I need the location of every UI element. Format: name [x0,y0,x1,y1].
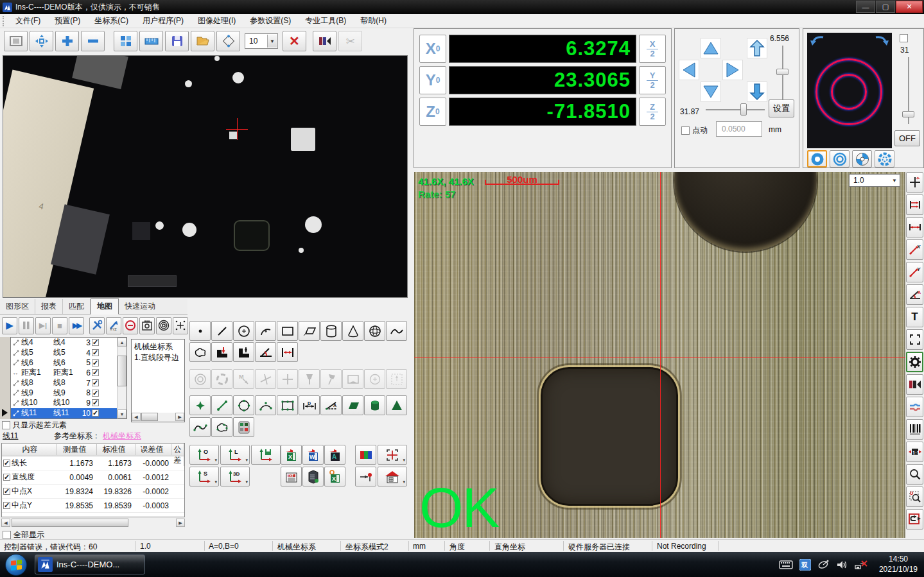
z-up-button[interactable] [747,38,767,58]
tree-row-selected[interactable]: 线11线1110 [11,408,117,418]
tool-sphere[interactable] [364,321,385,341]
table-horizontal-scrollbar[interactable]: ◀ ▶ [1,519,185,528]
camera-settings-gear-button[interactable] [906,352,923,372]
step-button[interactable]: ▶| [35,317,51,334]
color-rgb-button[interactable] [355,445,376,465]
taskbar-app-button[interactable]: Ins-C----DEMO... [35,555,145,574]
tool-circle[interactable] [233,321,254,341]
align-points-button[interactable] [173,317,188,334]
axis-x-zero-button[interactable]: X0 [419,35,446,63]
camera-zoom-select[interactable]: 1.0▼ [849,174,900,187]
coord-lock-button[interactable]: L▾ [220,445,250,465]
element-checkbox[interactable] [92,349,99,356]
scroll-down-icon[interactable]: ▼ [118,409,126,418]
row-checkbox[interactable] [3,474,10,481]
table-row[interactable]: 中点X19.832419.8326-0.0002 [2,485,184,499]
coord-origin-button[interactable]: O▾ [189,445,219,465]
tab-graphics[interactable]: 图形区 [0,299,35,314]
tree-row[interactable]: 线6线65 [11,357,117,368]
capture-crosshair-button[interactable]: ▾ [378,445,407,465]
open-folder-button[interactable] [191,31,214,51]
menu-presets[interactable]: 预置(P) [48,14,87,28]
start-button[interactable] [5,554,27,576]
tab-report[interactable]: 报表 [35,299,63,314]
tool-cone[interactable] [342,321,363,341]
quad-view-button[interactable] [114,31,137,51]
taskbar-clock[interactable]: 14:50 2021/10/19 [879,554,918,574]
jog-down-button[interactable] [701,82,721,102]
light-mode-full-ring[interactable] [807,150,827,168]
tool-point[interactable] [189,321,211,341]
tree-row[interactable]: 线9线98 [11,388,117,398]
z-speed-slider[interactable] [779,46,786,99]
map-horizontal-scrollbar[interactable]: ◀ ▶ [132,413,184,422]
menu-pro-tools[interactable]: 专业工具(B) [298,14,353,28]
axis-x-half-button[interactable]: X2 [639,35,666,63]
tools-wrench-button[interactable] [89,317,105,334]
menu-image-processing[interactable]: 图像处理(I) [191,14,243,28]
save-button[interactable] [165,31,189,51]
tree-row[interactable]: ↔距离1距离16 [11,368,117,378]
fullscreen-button[interactable] [906,329,923,350]
tool-angle[interactable] [255,342,276,362]
axis-y-half-button[interactable]: Y2 [639,66,666,94]
ime-language-icon[interactable]: 双 [799,559,811,571]
table-row[interactable]: 直线度0.00490.0061-0.0012 [2,470,184,485]
show-all-checkbox[interactable] [3,531,11,539]
tree-row[interactable]: 线8线87 [11,378,117,388]
region-zoom-button[interactable] [906,487,923,507]
parallel-distance-button[interactable] [906,194,923,215]
gtool-line[interactable] [211,395,232,415]
trace-point-button[interactable] [355,467,376,487]
set-button[interactable]: 设置 [769,99,794,117]
row-checkbox[interactable] [3,460,10,467]
gtool-curve[interactable] [189,417,211,437]
angle-measure-button[interactable]: A [906,284,923,305]
edge-profile-button[interactable] [906,397,923,417]
light-off-button[interactable]: OFF [894,130,920,146]
tab-map[interactable]: 地图 [91,298,119,314]
axis-z-half-button[interactable]: Z2 [639,98,666,126]
export-server-button[interactable] [302,467,324,487]
element-checkbox[interactable] [92,390,99,397]
maximize-button[interactable]: ▢ [876,1,895,13]
zoom-out-button[interactable] [81,31,105,51]
xy-speed-slider[interactable] [706,106,765,113]
undo-button[interactable] [906,509,923,530]
measure-diagonal-button[interactable] [216,31,240,51]
gtool-angle[interactable]: A [320,395,342,415]
gtool-rectangle[interactable] [277,395,298,415]
scroll-left-icon[interactable]: ◀ [132,413,141,421]
gtool-circle[interactable] [233,395,254,415]
export-excel-settings-button[interactable]: X [324,467,345,487]
zoom-level-select[interactable]: 10▼ [245,33,278,49]
home-button[interactable]: ▾ [378,467,407,487]
export-txt-button[interactable]: TXT [281,467,302,487]
jog-mode-checkbox[interactable] [681,126,690,135]
gtool-distance[interactable]: D [299,395,320,415]
tool-plane[interactable] [299,321,320,341]
tool-contour[interactable] [189,342,211,362]
table-row[interactable]: 中点Y19.853519.8539-0.0003 [2,499,184,513]
jog-left-button[interactable] [679,60,699,80]
jog-step-input[interactable]: 0.0500 [716,121,762,137]
gtool-cone[interactable] [386,395,407,415]
rotate-right-icon[interactable] [873,35,890,46]
element-checkbox[interactable] [92,369,99,376]
gtool-point[interactable] [189,395,211,415]
show-out-of-tolerance-checkbox[interactable] [2,421,10,429]
distance-measure-button[interactable] [906,217,923,237]
keyboard-icon[interactable] [779,560,793,569]
gtool-contour[interactable] [211,417,232,437]
element-checkbox[interactable] [92,409,99,417]
scroll-left-icon[interactable]: ◀ [1,519,10,527]
pause-button[interactable] [19,317,34,334]
element-checkbox[interactable] [92,399,99,406]
tree-row[interactable]: 线4线43 [11,338,117,348]
element-checkbox[interactable] [92,379,99,386]
export-cad-button[interactable]: A [324,445,345,465]
menu-user-program[interactable]: 用户程序(P) [135,14,191,28]
target-spiral-button[interactable] [156,317,171,334]
pan-button[interactable] [30,31,53,51]
export-excel-button[interactable]: X [281,445,302,465]
